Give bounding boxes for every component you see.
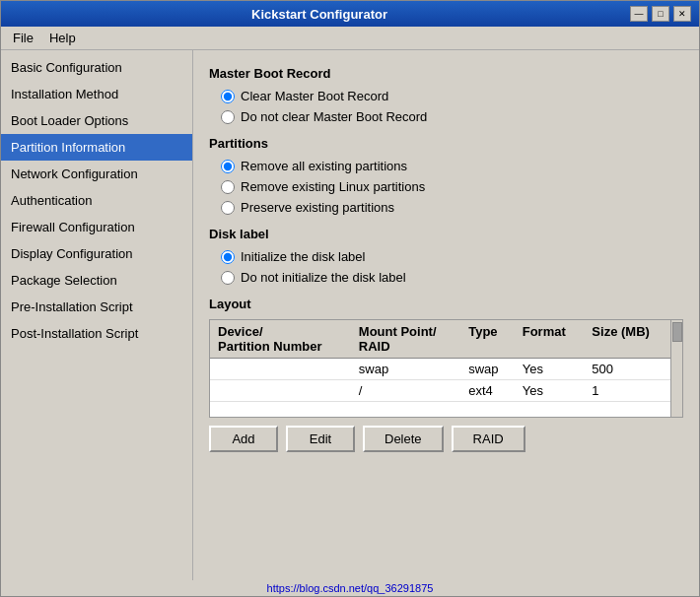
sidebar-item-display-configuration[interactable]: Display Configuration xyxy=(1,240,192,267)
mbr-label-no-clear: Do not clear Master Boot Record xyxy=(241,109,427,124)
table-scrollbar[interactable] xyxy=(670,320,682,417)
cell-type-0: swap xyxy=(460,359,515,380)
cell-mount-0: swap xyxy=(351,359,460,380)
cell-device-1 xyxy=(210,380,351,402)
add-button[interactable]: Add xyxy=(209,426,278,452)
sidebar-item-basic-configuration[interactable]: Basic Configuration xyxy=(1,54,192,81)
col-device: Device/Partition Number xyxy=(210,320,351,359)
partitions-options: Remove all existing partitions Remove ex… xyxy=(221,159,683,215)
watermark: https://blog.csdn.net/qq_36291875 xyxy=(1,580,699,596)
sidebar-item-partition-information[interactable]: Partition Information xyxy=(1,134,192,161)
partition-radio-remove-linux[interactable] xyxy=(221,180,235,194)
col-type: Type xyxy=(460,320,515,359)
sidebar-item-package-selection[interactable]: Package Selection xyxy=(1,267,192,294)
partition-radio-preserve[interactable] xyxy=(221,201,235,215)
sidebar-item-post-installation-script[interactable]: Post-Installation Script xyxy=(1,320,192,347)
layout-button-row: Add Edit Delete RAID xyxy=(209,426,683,452)
layout-table: Device/Partition Number Mount Point/RAID… xyxy=(210,320,670,402)
partition-label-remove-linux: Remove existing Linux partitions xyxy=(241,179,425,194)
partition-radio-remove-all[interactable] xyxy=(221,160,235,173)
cell-device-0 xyxy=(210,359,351,380)
main-panel: Master Boot Record Clear Master Boot Rec… xyxy=(193,50,699,580)
delete-button[interactable]: Delete xyxy=(363,426,444,452)
disk-label-label-init: Initialize the disk label xyxy=(241,249,365,264)
layout-title: Layout xyxy=(209,297,683,311)
mbr-option-clear: Clear Master Boot Record xyxy=(221,89,683,103)
title-bar: Kickstart Configurator — □ ✕ xyxy=(1,1,699,27)
mbr-radio-no-clear[interactable] xyxy=(221,110,235,124)
cell-mount-1: / xyxy=(351,380,460,402)
cell-type-1: ext4 xyxy=(460,380,515,402)
layout-table-wrapper: Device/Partition Number Mount Point/RAID… xyxy=(209,319,683,418)
close-button[interactable]: ✕ xyxy=(673,6,691,22)
mbr-option-no-clear: Do not clear Master Boot Record xyxy=(221,109,683,124)
col-mount: Mount Point/RAID xyxy=(351,320,460,359)
partition-option-remove-all: Remove all existing partitions xyxy=(221,159,683,173)
master-boot-record-options: Clear Master Boot Record Do not clear Ma… xyxy=(221,89,683,124)
table-row[interactable]: swap swap Yes 500 xyxy=(210,359,670,380)
cell-size-0: 500 xyxy=(584,359,670,380)
content-area: Basic Configuration Installation Method … xyxy=(1,50,699,580)
sidebar-item-authentication[interactable]: Authentication xyxy=(1,187,192,214)
table-row[interactable]: / ext4 Yes 1 xyxy=(210,380,670,402)
sidebar-item-firewall-configuration[interactable]: Firewall Configuration xyxy=(1,214,192,240)
sidebar: Basic Configuration Installation Method … xyxy=(1,50,193,580)
cell-format-1: Yes xyxy=(515,380,585,402)
menu-help[interactable]: Help xyxy=(41,29,84,47)
cell-size-1: 1 xyxy=(584,380,670,402)
mbr-radio-clear[interactable] xyxy=(221,90,235,103)
sidebar-item-installation-method[interactable]: Installation Method xyxy=(1,81,192,107)
main-window: Kickstart Configurator — □ ✕ File Help B… xyxy=(0,0,700,597)
sidebar-item-network-configuration[interactable]: Network Configuration xyxy=(1,161,192,187)
layout-table-scroll[interactable]: Device/Partition Number Mount Point/RAID… xyxy=(210,320,670,417)
disk-label-options: Initialize the disk label Do not initial… xyxy=(221,249,683,285)
partition-option-preserve: Preserve existing partitions xyxy=(221,200,683,215)
minimize-button[interactable]: — xyxy=(630,6,648,22)
disk-label-option-init: Initialize the disk label xyxy=(221,249,683,264)
disk-label-label-no-init: Do not initialize the disk label xyxy=(241,270,406,285)
edit-button[interactable]: Edit xyxy=(286,426,355,452)
disk-label-option-no-init: Do not initialize the disk label xyxy=(221,270,683,285)
disk-label-radio-no-init[interactable] xyxy=(221,271,235,285)
raid-button[interactable]: RAID xyxy=(452,426,525,452)
partition-option-remove-linux: Remove existing Linux partitions xyxy=(221,179,683,194)
sidebar-item-boot-loader-options[interactable]: Boot Loader Options xyxy=(1,107,192,134)
window-controls: — □ ✕ xyxy=(630,6,691,22)
disk-label-radio-init[interactable] xyxy=(221,250,235,264)
sidebar-item-pre-installation-script[interactable]: Pre-Installation Script xyxy=(1,294,192,320)
menu-file[interactable]: File xyxy=(5,29,41,47)
disk-label-title: Disk label xyxy=(209,227,683,241)
col-format: Format xyxy=(515,320,585,359)
maximize-button[interactable]: □ xyxy=(652,6,669,22)
partition-label-remove-all: Remove all existing partitions xyxy=(241,159,407,173)
col-size: Size (MB) xyxy=(584,320,670,359)
window-title: Kickstart Configurator xyxy=(9,7,630,22)
cell-format-0: Yes xyxy=(515,359,585,380)
master-boot-record-title: Master Boot Record xyxy=(209,66,683,81)
mbr-label-clear: Clear Master Boot Record xyxy=(241,89,388,103)
menu-bar: File Help xyxy=(1,27,699,50)
partition-label-preserve: Preserve existing partitions xyxy=(241,200,394,215)
partitions-title: Partitions xyxy=(209,136,683,151)
scrollbar-thumb xyxy=(672,322,682,342)
